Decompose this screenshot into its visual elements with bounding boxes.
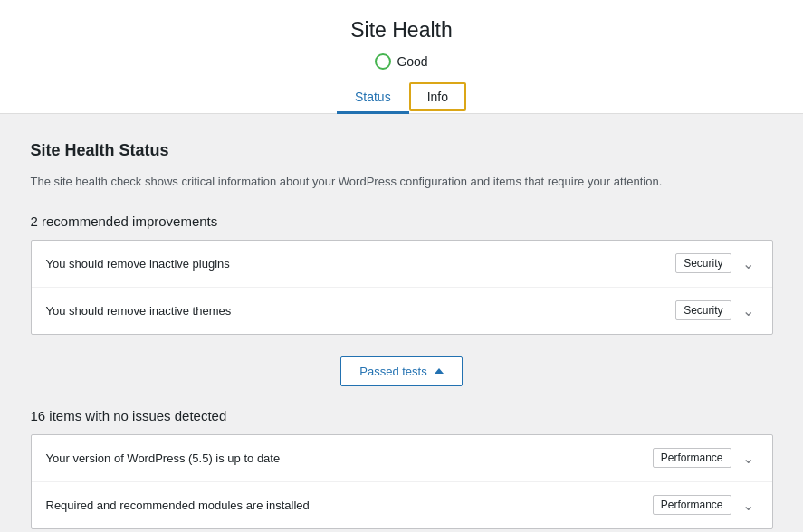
improvement-item-1-expand[interactable]: ⌄ <box>739 253 758 274</box>
tabs-container: Status Info <box>0 82 803 113</box>
no-issue-item-1: Your version of WordPress (5.5) is up to… <box>32 435 772 482</box>
description-text: The site health check shows critical inf… <box>31 173 773 192</box>
tab-info[interactable]: Info <box>409 82 466 111</box>
no-issue-item-1-expand[interactable]: ⌄ <box>739 448 758 469</box>
no-issue-item-1-text: Your version of WordPress (5.5) is up to… <box>46 451 281 465</box>
improvement-item-1: You should remove inactive plugins Secur… <box>32 241 772 288</box>
no-issue-item-2: Required and recommended modules are ins… <box>32 482 772 528</box>
section-title: Site Health Status <box>31 141 773 160</box>
no-issues-heading: 16 items with no issues detected <box>31 408 773 423</box>
page-title: Site Health <box>0 18 803 43</box>
page-header: Site Health Good Status Info <box>0 0 803 114</box>
good-label: Good <box>397 54 427 69</box>
improvements-heading: 2 recommended improvements <box>31 214 773 229</box>
no-issue-item-2-badge: Performance <box>653 495 731 515</box>
main-content: Site Health Status The site health check… <box>13 114 791 532</box>
good-indicator: Good <box>375 53 427 70</box>
chevron-up-icon <box>435 368 444 374</box>
improvement-item-1-text: You should remove inactive plugins <box>46 257 230 271</box>
improvement-item-1-badge: Security <box>675 253 731 273</box>
good-circle-icon <box>375 53 391 70</box>
no-issue-item-2-expand[interactable]: ⌄ <box>739 495 758 516</box>
improvement-item-2-expand[interactable]: ⌄ <box>739 300 758 321</box>
improvement-item-1-right: Security ⌄ <box>675 253 757 274</box>
improvement-item-2-badge: Security <box>675 300 731 320</box>
passed-tests-label: Passed tests <box>359 365 426 378</box>
improvement-item-2-right: Security ⌄ <box>675 300 757 321</box>
improvements-list: You should remove inactive plugins Secur… <box>31 240 773 335</box>
no-issue-item-1-right: Performance ⌄ <box>653 448 758 469</box>
improvement-item-2: You should remove inactive themes Securi… <box>32 288 772 334</box>
passed-tests-button[interactable]: Passed tests <box>340 356 462 386</box>
no-issue-item-2-text: Required and recommended modules are ins… <box>46 499 310 512</box>
no-issue-item-2-right: Performance ⌄ <box>653 495 758 516</box>
no-issues-list: Your version of WordPress (5.5) is up to… <box>31 434 773 529</box>
tab-status[interactable]: Status <box>337 82 409 114</box>
no-issue-item-1-badge: Performance <box>653 448 731 468</box>
improvement-item-2-text: You should remove inactive themes <box>46 304 232 318</box>
